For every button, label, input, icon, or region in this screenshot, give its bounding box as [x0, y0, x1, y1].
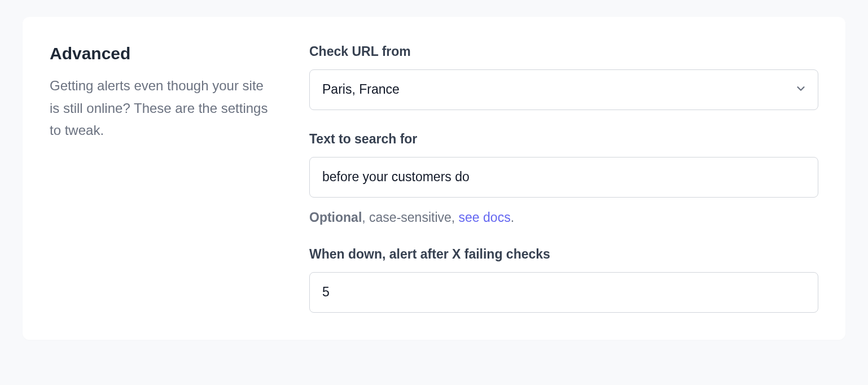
see-docs-link[interactable]: see docs — [459, 210, 511, 225]
alert-after-group: When down, alert after X failing checks — [309, 247, 818, 313]
search-text-label: Text to search for — [309, 132, 818, 147]
check-url-group: Check URL from Paris, France — [309, 44, 818, 110]
section-description: Getting alerts even though your site is … — [50, 75, 275, 142]
help-period: . — [511, 210, 514, 225]
alert-after-input[interactable] — [309, 272, 818, 313]
help-mid: , case-sensitive, — [362, 210, 458, 225]
check-url-select-wrapper: Paris, France — [309, 69, 818, 110]
help-optional: Optional — [309, 210, 362, 225]
section-title: Advanced — [50, 44, 275, 63]
advanced-settings-card: Advanced Getting alerts even though your… — [23, 17, 845, 340]
search-text-help: Optional, case-sensitive, see docs. — [309, 210, 818, 225]
check-url-select[interactable]: Paris, France — [309, 69, 818, 110]
section-header: Advanced Getting alerts even though your… — [50, 44, 275, 313]
form-fields: Check URL from Paris, France Text to sea… — [309, 44, 818, 313]
alert-after-label: When down, alert after X failing checks — [309, 247, 818, 262]
check-url-label: Check URL from — [309, 44, 818, 59]
search-text-group: Text to search for Optional, case-sensit… — [309, 132, 818, 225]
search-text-input[interactable] — [309, 157, 818, 198]
